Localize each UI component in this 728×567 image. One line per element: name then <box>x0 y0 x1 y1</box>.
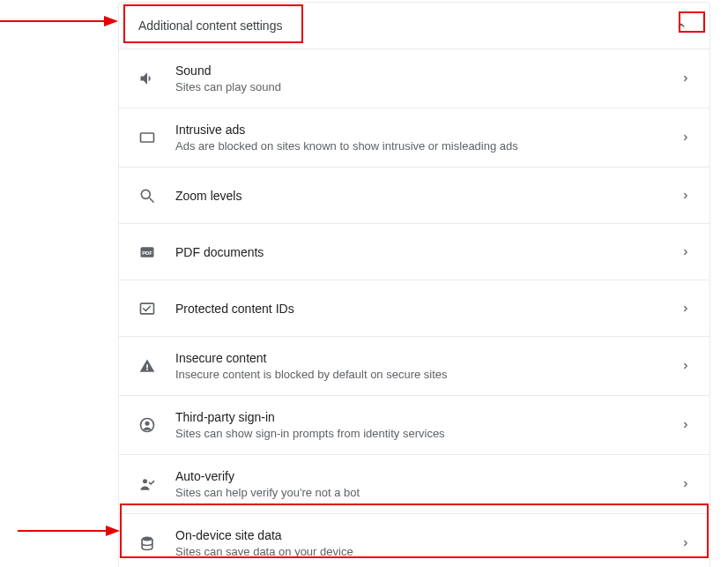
setting-title: Intrusive ads <box>175 121 681 138</box>
setting-body: On-device site data Sites can save data … <box>175 526 681 560</box>
setting-body: Zoom levels <box>175 187 681 205</box>
protected-content-icon <box>138 300 156 317</box>
setting-row-sound[interactable]: Sound Sites can play sound <box>119 48 709 108</box>
annotation-arrow-top <box>0 12 118 30</box>
pdf-icon: PDF <box>138 243 156 261</box>
person-circle-icon <box>138 416 156 434</box>
setting-title: PDF documents <box>175 243 681 261</box>
setting-title: Insecure content <box>175 349 681 367</box>
setting-subtitle: Ads are blocked on sites known to show i… <box>175 138 681 154</box>
setting-body: Intrusive ads Ads are blocked on sites k… <box>175 121 681 154</box>
setting-title: Third-party sign-in <box>175 408 681 426</box>
chevron-right-icon <box>681 248 690 257</box>
chevron-right-icon <box>681 539 690 548</box>
svg-text:PDF: PDF <box>142 250 152 255</box>
chevron-right-icon <box>681 304 690 313</box>
setting-body: Protected content IDs <box>175 300 681 317</box>
additional-content-settings-header[interactable]: Additional content settings <box>119 3 709 48</box>
sound-icon <box>138 70 156 87</box>
setting-title: Sound <box>175 62 681 79</box>
svg-line-2 <box>150 198 154 202</box>
chevron-right-icon <box>681 362 690 370</box>
setting-row-intrusive-ads[interactable]: Intrusive ads Ads are blocked on sites k… <box>119 108 709 167</box>
warning-icon <box>138 357 156 375</box>
chevron-right-icon <box>681 421 690 429</box>
annotation-arrow-bottom <box>18 522 120 540</box>
svg-point-7 <box>145 422 150 426</box>
setting-row-pdf-documents[interactable]: PDF PDF documents <box>119 223 709 280</box>
setting-body: Sound Sites can play sound <box>175 62 681 95</box>
setting-subtitle: Sites can help verify you're not a bot <box>175 485 681 501</box>
setting-subtitle: Sites can play sound <box>175 79 681 95</box>
database-icon <box>138 534 156 552</box>
setting-row-insecure-content[interactable]: Insecure content Insecure content is blo… <box>119 336 709 395</box>
setting-row-protected-content-ids[interactable]: Protected content IDs <box>119 280 709 336</box>
chevron-right-icon <box>681 133 690 142</box>
ads-icon <box>138 129 156 146</box>
setting-title: On-device site data <box>175 526 681 544</box>
setting-body: PDF documents <box>175 243 681 261</box>
additional-content-settings-panel: Additional content settings Sound Sites … <box>118 2 710 567</box>
setting-subtitle: Sites can show sign-in prompts from iden… <box>175 426 681 442</box>
svg-point-1 <box>141 190 150 198</box>
setting-row-zoom-levels[interactable]: Zoom levels <box>119 167 709 223</box>
svg-point-8 <box>143 479 147 483</box>
chevron-right-icon <box>681 74 690 83</box>
setting-title: Protected content IDs <box>175 300 681 317</box>
svg-rect-0 <box>141 133 154 142</box>
setting-subtitle: Sites can save data on your device <box>175 544 681 560</box>
setting-body: Insecure content Insecure content is blo… <box>175 349 681 383</box>
setting-row-third-party-sign-in[interactable]: Third-party sign-in Sites can show sign-… <box>119 395 709 454</box>
setting-title: Zoom levels <box>175 187 681 205</box>
chevron-up-icon <box>672 17 690 34</box>
zoom-icon <box>138 187 156 205</box>
setting-title: Auto-verify <box>175 467 681 485</box>
chevron-right-icon <box>681 480 690 489</box>
setting-subtitle: Insecure content is blocked by default o… <box>175 367 681 383</box>
person-check-icon <box>138 475 156 493</box>
section-title: Additional content settings <box>138 19 282 33</box>
setting-body: Auto-verify Sites can help verify you're… <box>175 467 681 501</box>
svg-point-9 <box>142 537 152 541</box>
svg-marker-11 <box>104 16 118 26</box>
setting-body: Third-party sign-in Sites can show sign-… <box>175 408 681 442</box>
chevron-right-icon <box>681 191 690 200</box>
setting-row-on-device-site-data[interactable]: On-device site data Sites can save data … <box>119 513 709 567</box>
setting-row-auto-verify[interactable]: Auto-verify Sites can help verify you're… <box>119 454 709 513</box>
